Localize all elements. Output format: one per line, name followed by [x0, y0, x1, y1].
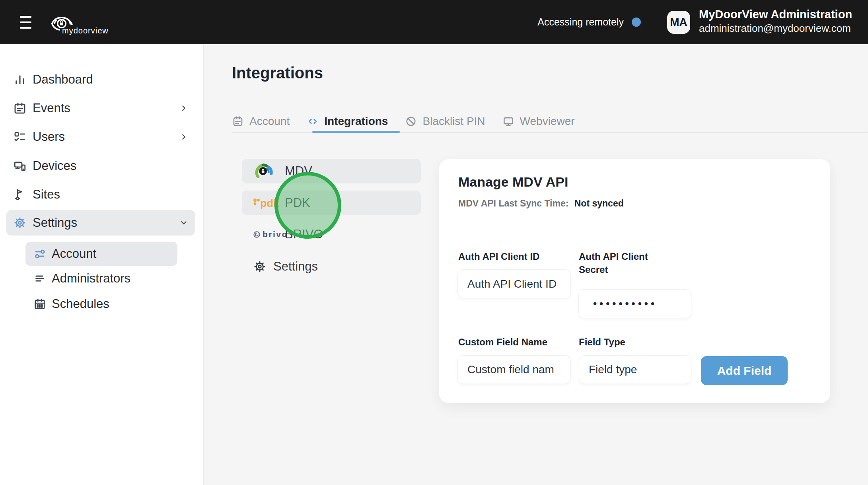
mydoorview-logo: mydoorview [49, 9, 116, 37]
client-id-label: Auth API Client ID [458, 250, 539, 263]
sidebar-item-settings[interactable]: Settings [6, 210, 195, 236]
card-title: Manage MDV API [458, 174, 568, 190]
user-email: administration@mydoorview.com [699, 22, 852, 35]
topbar: mydoorview Accessing remotely MA MyDoorV… [0, 0, 868, 44]
manage-mdv-api-card: Manage MDV API MDV API Last Sync Time: N… [439, 159, 830, 403]
tab-blacklist-pin[interactable]: Blacklist PIN [405, 115, 485, 128]
field-type-input[interactable] [579, 355, 691, 384]
code-icon [307, 115, 319, 127]
sidebar-item-label: Schedules [52, 297, 109, 311]
sidebar-item-label: Events [33, 101, 70, 115]
sidebar-item-label: Sites [33, 187, 60, 202]
sidebar-item-administrators[interactable]: Administrators [25, 267, 177, 290]
gear-icon [12, 216, 28, 230]
sidebar-item-label: Dashboard [33, 72, 93, 87]
sync-label: MDV API Last Sync Time: [458, 198, 568, 208]
pdk-logo-text: pdk [260, 199, 279, 208]
client-secret-label: Auth API Client Secret [579, 250, 658, 276]
remote-status: Accessing remotely [537, 0, 641, 44]
monitor-icon [502, 115, 514, 127]
tab-account[interactable]: Account [232, 115, 290, 128]
hamburger-menu-icon[interactable] [20, 16, 32, 29]
gear-icon [253, 260, 267, 273]
chevron-right-icon [179, 104, 188, 113]
sidebar-item-label: Devices [33, 159, 76, 173]
integration-settings-item[interactable]: Settings [242, 254, 421, 279]
active-tab-underline [312, 131, 400, 133]
sync-value: Not synced [574, 198, 624, 208]
user-name: MyDoorView Administration [699, 8, 852, 21]
bar-chart-icon [12, 73, 28, 86]
avatar[interactable]: MA [667, 11, 690, 34]
status-dot-icon [632, 18, 641, 27]
user-block: MyDoorView Administration administration… [699, 8, 852, 35]
field-type-label: Field Type [579, 335, 625, 349]
user-list-icon [12, 130, 28, 144]
devices-icon [12, 159, 28, 173]
sidebar-item-dashboard[interactable]: Dashboard [6, 67, 195, 92]
tab-label: Blacklist PIN [422, 115, 485, 128]
custom-field-name-label: Custom Field Name [458, 335, 547, 349]
integration-label: MDV [285, 164, 312, 178]
secret-dots: •••••••••• [593, 298, 657, 310]
integration-item-brivo[interactable]: brivo BRIVO [242, 222, 421, 246]
sidebar-item-users[interactable]: Users [6, 124, 195, 150]
client-id-input[interactable] [457, 269, 571, 298]
flag-icon [12, 188, 28, 201]
chevron-right-icon [179, 132, 188, 141]
sidebar-item-events[interactable]: Events [6, 95, 195, 121]
sidebar-item-label: Users [33, 130, 65, 144]
tab-bar: Account Integrations Blacklist PIN Webvi… [232, 110, 575, 132]
integration-item-pdk[interactable]: pdk PDK [242, 191, 421, 215]
integration-label: Settings [273, 259, 318, 274]
sidebar-item-label: Account [52, 247, 96, 261]
client-secret-input[interactable]: •••••••••• [578, 289, 691, 318]
custom-field-name-input[interactable] [457, 355, 571, 384]
sidebar-item-account[interactable]: Account [25, 242, 177, 266]
sliders-icon [33, 247, 46, 260]
brivo-logo-text: brivo [263, 230, 288, 239]
tab-label: Account [249, 115, 290, 128]
calendar-icon [232, 115, 244, 127]
status-text: Accessing remotely [537, 16, 624, 28]
brivo-logo: brivo [253, 230, 279, 239]
calendar-dots-icon [33, 298, 46, 310]
sidebar-item-schedules[interactable]: Schedules [25, 292, 177, 316]
integration-label: BRIVO [285, 227, 323, 242]
logo-text: mydoorview [62, 26, 109, 35]
integration-item-mdv[interactable]: MDV [242, 159, 421, 183]
sidebar: Dashboard Events Users Devices Sites [0, 44, 204, 485]
main-content: Integrations Account Integrations Blackl… [204, 44, 868, 485]
pdk-logo: pdk [253, 198, 279, 208]
page-title: Integrations [232, 64, 323, 82]
sidebar-item-devices[interactable]: Devices [6, 153, 195, 179]
tab-label: Webviewer [520, 115, 575, 128]
mdv-eye-logo [253, 163, 279, 179]
sidebar-item-label: Administrators [52, 271, 130, 286]
chevron-down-icon [179, 218, 188, 227]
ban-icon [405, 115, 417, 127]
integration-label: PDK [285, 196, 310, 210]
sidebar-item-label: Settings [33, 216, 77, 230]
add-field-button[interactable]: Add Field [701, 356, 788, 385]
tab-integrations[interactable]: Integrations [307, 115, 388, 128]
sync-status: MDV API Last Sync Time: Not synced [458, 198, 624, 209]
calendar-icon [12, 101, 28, 115]
tab-label: Integrations [324, 115, 388, 128]
tab-webviewer[interactable]: Webviewer [502, 115, 575, 128]
sidebar-item-sites[interactable]: Sites [6, 182, 195, 207]
list-icon [33, 272, 46, 285]
